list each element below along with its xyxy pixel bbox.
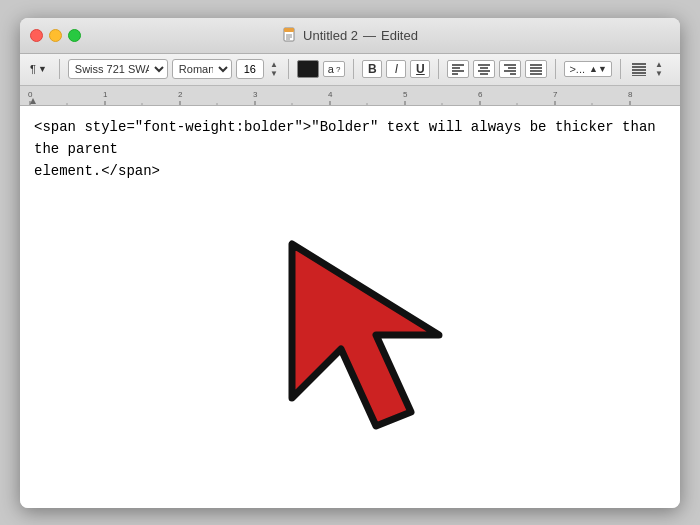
- font-style-select[interactable]: Roman: [172, 59, 232, 79]
- font-name-select[interactable]: Swiss 721 SWA: [68, 59, 168, 79]
- color-swatch[interactable]: [297, 60, 319, 78]
- window-subtitle: Edited: [381, 28, 418, 43]
- svg-text:3: 3: [253, 90, 258, 99]
- svg-text:8: 8: [628, 90, 633, 99]
- titlebar: Untitled 2 — Edited: [20, 18, 680, 54]
- window-title: Untitled 2: [303, 28, 358, 43]
- bold-button[interactable]: B: [362, 60, 382, 78]
- arrow-cursor-svg: [250, 216, 530, 496]
- font-size-down[interactable]: ▼: [268, 69, 280, 78]
- separator-2: [288, 59, 289, 79]
- more-options-button[interactable]: >... ▲▼: [564, 61, 611, 77]
- svg-text:6: 6: [478, 90, 483, 99]
- paragraph-button[interactable]: ¶ ▼: [26, 61, 51, 77]
- ruler-svg: 0 1 2 3 4 5 6 7 8: [20, 86, 680, 106]
- separator-4: [438, 59, 439, 79]
- svg-text:0: 0: [28, 90, 33, 99]
- minimize-button[interactable]: [49, 29, 62, 42]
- font-size-input[interactable]: [236, 59, 264, 79]
- svg-text:5: 5: [403, 90, 408, 99]
- list-down[interactable]: ▼: [653, 69, 665, 78]
- underline-button[interactable]: U: [410, 60, 430, 78]
- svg-text:7: 7: [553, 90, 558, 99]
- window-title-area: Untitled 2 — Edited: [282, 27, 418, 43]
- character-style-button[interactable]: a?: [323, 61, 346, 77]
- list-icon: [631, 62, 647, 76]
- svg-text:4: 4: [328, 90, 333, 99]
- align-justify-button[interactable]: [525, 60, 547, 78]
- svg-text:2: 2: [178, 90, 183, 99]
- svg-rect-1: [284, 28, 294, 32]
- separator-5: [555, 59, 556, 79]
- align-left-icon: [451, 63, 465, 75]
- align-justify-icon: [529, 63, 543, 75]
- content-line2: element.</span>: [34, 163, 160, 179]
- svg-text:1: 1: [103, 90, 108, 99]
- list-up[interactable]: ▲: [653, 60, 665, 69]
- align-center-icon: [477, 63, 491, 75]
- traffic-lights: [30, 29, 81, 42]
- title-separator: —: [363, 28, 376, 43]
- align-right-button[interactable]: [499, 60, 521, 78]
- cursor-arrow: [250, 216, 530, 496]
- italic-button[interactable]: I: [386, 60, 406, 78]
- close-button[interactable]: [30, 29, 43, 42]
- document-text[interactable]: <span style="font-weight:bolder">"Bolder…: [20, 106, 680, 193]
- paragraph-chevron: ▼: [38, 64, 47, 74]
- list-stepper[interactable]: ▲ ▼: [653, 60, 665, 78]
- separator-3: [353, 59, 354, 79]
- content-line1: <span style="font-weight:bolder">"Bolder…: [34, 119, 656, 157]
- app-window: Untitled 2 — Edited ¶ ▼ Swiss 721 SWA Ro…: [20, 18, 680, 508]
- content-area[interactable]: <span style="font-weight:bolder">"Bolder…: [20, 106, 680, 508]
- svg-rect-26: [20, 86, 680, 106]
- toolbar: ¶ ▼ Swiss 721 SWA Roman ▲ ▼ a? B: [20, 54, 680, 86]
- font-size-stepper[interactable]: ▲ ▼: [268, 60, 280, 78]
- separator-1: [59, 59, 60, 79]
- font-size-up[interactable]: ▲: [268, 60, 280, 69]
- align-right-icon: [503, 63, 517, 75]
- align-center-button[interactable]: [473, 60, 495, 78]
- maximize-button[interactable]: [68, 29, 81, 42]
- paragraph-icon: ¶: [30, 63, 36, 75]
- document-icon: [282, 27, 298, 43]
- align-left-button[interactable]: [447, 60, 469, 78]
- paragraph-group: ¶ ▼: [26, 61, 51, 77]
- list-button[interactable]: [629, 60, 649, 78]
- separator-6: [620, 59, 621, 79]
- ruler: 0 1 2 3 4 5 6 7 8: [20, 86, 680, 106]
